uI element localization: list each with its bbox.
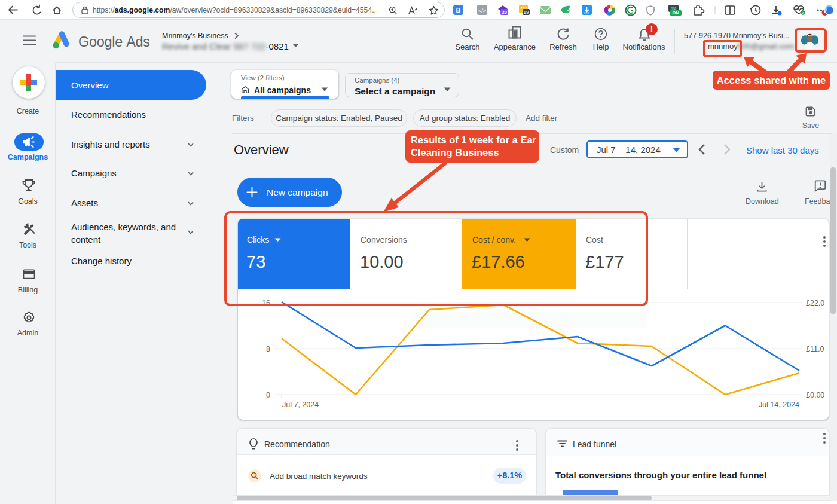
svg-text:20: 20 xyxy=(502,10,507,15)
svg-text:0: 0 xyxy=(266,391,270,399)
svg-text:£0.00: £0.00 xyxy=(806,391,824,399)
svg-text:Jul 14, 2024: Jul 14, 2024 xyxy=(759,401,799,409)
svg-text:</>: </> xyxy=(478,8,486,14)
svg-text:8: 8 xyxy=(266,345,270,353)
svg-text:B: B xyxy=(456,7,461,14)
svg-text:ON: ON xyxy=(672,10,679,16)
svg-text:£22.0: £22.0 xyxy=(806,299,824,307)
svg-text:Jul 7, 2024: Jul 7, 2024 xyxy=(282,401,319,409)
svg-text:19: 19 xyxy=(524,10,529,15)
svg-text:£11.0: £11.0 xyxy=(806,345,824,353)
